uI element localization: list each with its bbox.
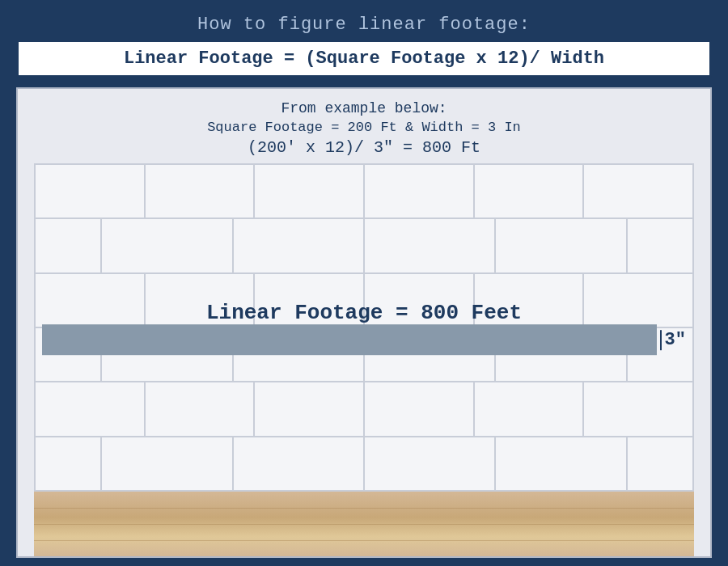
floor-plank (34, 524, 694, 525)
tile (475, 382, 585, 435)
tile (584, 274, 694, 327)
tile (365, 219, 496, 272)
page-title: How to figure linear footage: (197, 15, 531, 35)
tile (365, 165, 475, 218)
main-content: From example below: Square Footage = 200… (16, 87, 712, 558)
tile (365, 382, 475, 435)
floor-plank (34, 508, 694, 509)
tiles-area (34, 163, 694, 492)
tile (365, 328, 496, 381)
tile-row (34, 382, 694, 437)
tile (255, 165, 365, 218)
tile (34, 437, 102, 490)
tile-row (34, 219, 694, 273)
example-calculation: (200′ x 12)/ 3″ = 800 Ft (207, 138, 521, 157)
tile (146, 165, 256, 218)
tile (34, 328, 102, 381)
tile (496, 437, 627, 490)
tile (102, 437, 233, 490)
tile-row (34, 437, 694, 492)
tile (34, 219, 102, 272)
tile (584, 382, 694, 435)
formula-display: Linear Footage = (Square Footage x 12)/ … (16, 40, 712, 78)
floor-area (34, 492, 694, 556)
tile-wall: Linear Footage = 800 Feet 3″ (18, 163, 710, 556)
tile (628, 219, 694, 272)
tile (475, 165, 585, 218)
tile-row (34, 163, 694, 219)
example-text: From example below: Square Footage = 200… (207, 100, 521, 157)
tile (628, 437, 694, 490)
tile-row (34, 274, 694, 328)
tile (34, 274, 146, 327)
tile (234, 328, 365, 381)
tile (475, 274, 585, 327)
tile (584, 165, 694, 218)
tile (496, 219, 627, 272)
example-values: Square Footage = 200 Ft & Width = 3 In (207, 120, 521, 135)
tile (365, 437, 496, 490)
tile (234, 437, 365, 490)
tile (34, 382, 146, 435)
tile (255, 274, 365, 327)
tile (34, 165, 146, 218)
tile (146, 274, 256, 327)
floor-plank (34, 540, 694, 541)
tile (365, 274, 475, 327)
tile (628, 328, 694, 381)
example-intro: From example below: (207, 100, 521, 116)
tile (496, 328, 627, 381)
tile (146, 382, 256, 435)
tile-row (34, 328, 694, 382)
floor-lines (34, 492, 694, 556)
tile (234, 219, 365, 272)
tile (102, 219, 233, 272)
tile (255, 382, 365, 435)
tile (102, 328, 233, 381)
